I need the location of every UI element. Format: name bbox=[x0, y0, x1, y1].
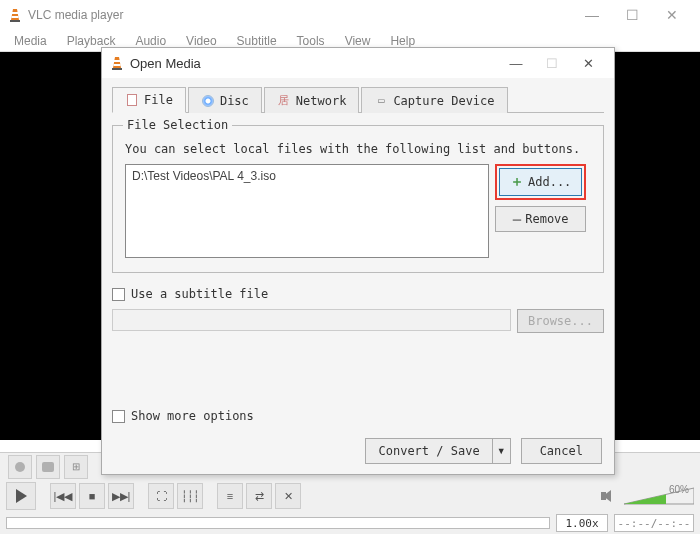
file-selection-instruction: You can select local files with the foll… bbox=[125, 142, 591, 156]
shuffle-button[interactable]: ✕ bbox=[275, 483, 301, 509]
vlc-icon bbox=[8, 7, 22, 23]
stop-button[interactable]: ■ bbox=[79, 483, 105, 509]
tab-file[interactable]: File bbox=[112, 87, 186, 113]
tab-file-label: File bbox=[144, 93, 173, 107]
add-button-label: Add... bbox=[528, 175, 571, 189]
svg-rect-2 bbox=[10, 20, 20, 22]
cancel-button[interactable]: Cancel bbox=[521, 438, 602, 464]
dialog-close-icon[interactable]: ✕ bbox=[570, 56, 606, 71]
more-options-label: Show more options bbox=[131, 409, 254, 423]
remove-button-label: Remove bbox=[525, 212, 568, 226]
minimize-icon[interactable]: — bbox=[572, 7, 612, 23]
playlist-button[interactable]: ≡ bbox=[217, 483, 243, 509]
network-icon: 居 bbox=[277, 94, 291, 108]
subtitle-checkbox[interactable] bbox=[112, 288, 125, 301]
svg-rect-1 bbox=[12, 16, 19, 18]
capture-icon: ▭ bbox=[374, 94, 388, 108]
tab-disc-label: Disc bbox=[220, 94, 249, 108]
play-button[interactable] bbox=[6, 482, 36, 510]
menu-media[interactable]: Media bbox=[4, 31, 57, 51]
chevron-down-icon[interactable]: ▼ bbox=[493, 438, 511, 464]
volume-percent: 60% bbox=[669, 484, 689, 495]
tab-disc[interactable]: Disc bbox=[188, 87, 262, 113]
remove-button[interactable]: — Remove bbox=[495, 206, 586, 232]
dialog-minimize-icon[interactable]: — bbox=[498, 56, 534, 71]
previous-button[interactable]: |◀◀ bbox=[50, 483, 76, 509]
minus-icon: — bbox=[513, 211, 521, 227]
convert-save-button[interactable]: Convert / Save ▼ bbox=[365, 438, 510, 464]
volume-slider[interactable]: 60% bbox=[624, 486, 694, 506]
main-window-title: VLC media player bbox=[28, 8, 572, 22]
subtitle-checkbox-label: Use a subtitle file bbox=[131, 287, 268, 301]
maximize-icon[interactable]: ☐ bbox=[612, 7, 652, 23]
browse-button: Browse... bbox=[517, 309, 604, 333]
dialog-footer: Convert / Save ▼ Cancel bbox=[365, 438, 602, 464]
playback-speed[interactable]: 1.00x bbox=[556, 514, 608, 532]
svg-rect-5 bbox=[112, 68, 122, 70]
file-selection-fieldset: File Selection You can select local file… bbox=[112, 125, 604, 273]
loop-button[interactable]: ⇄ bbox=[246, 483, 272, 509]
subtitle-row: Use a subtitle file bbox=[112, 287, 604, 301]
close-icon[interactable]: ✕ bbox=[652, 7, 692, 23]
tab-network[interactable]: 居 Network bbox=[264, 87, 360, 113]
record-button[interactable] bbox=[8, 455, 32, 479]
main-titlebar: VLC media player — ☐ ✕ bbox=[0, 0, 700, 30]
snapshot-button[interactable] bbox=[36, 455, 60, 479]
tab-capture-label: Capture Device bbox=[393, 94, 494, 108]
convert-save-label: Convert / Save bbox=[365, 438, 492, 464]
dialog-title: Open Media bbox=[130, 56, 498, 71]
file-list-item[interactable]: D:\Test Videos\PAL 4_3.iso bbox=[132, 169, 482, 183]
next-button[interactable]: ▶▶| bbox=[108, 483, 134, 509]
file-listbox[interactable]: D:\Test Videos\PAL 4_3.iso bbox=[125, 164, 489, 258]
more-options-row: Show more options bbox=[112, 409, 604, 423]
tab-network-label: Network bbox=[296, 94, 347, 108]
dialog-tabs: File Disc 居 Network ▭ Capture Device bbox=[112, 86, 604, 113]
plus-icon: ＋ bbox=[510, 173, 524, 191]
add-button-highlight: ＋ Add... bbox=[495, 164, 586, 200]
browse-button-label: Browse... bbox=[528, 314, 593, 328]
vlc-icon bbox=[110, 55, 124, 71]
add-button[interactable]: ＋ Add... bbox=[499, 168, 582, 196]
dialog-maximize-icon[interactable]: ☐ bbox=[534, 56, 570, 71]
seek-bar[interactable] bbox=[6, 517, 550, 529]
subtitle-path-field bbox=[112, 309, 511, 331]
svg-rect-4 bbox=[114, 64, 121, 66]
open-media-dialog: Open Media — ☐ ✕ File Disc 居 Network ▭ C… bbox=[101, 47, 615, 475]
time-display: --:--/--:-- bbox=[614, 514, 694, 532]
fullscreen-button[interactable]: ⛶ bbox=[148, 483, 174, 509]
frame-step-button[interactable]: ⊞ bbox=[64, 455, 88, 479]
more-options-checkbox[interactable] bbox=[112, 410, 125, 423]
disc-icon bbox=[201, 94, 215, 108]
cancel-button-label: Cancel bbox=[540, 444, 583, 458]
volume-icon[interactable] bbox=[601, 489, 617, 503]
equalizer-button[interactable]: ┆┆┆ bbox=[177, 483, 203, 509]
svg-rect-3 bbox=[114, 60, 120, 62]
file-icon bbox=[125, 93, 139, 107]
file-selection-legend: File Selection bbox=[123, 118, 232, 132]
dialog-titlebar: Open Media — ☐ ✕ bbox=[102, 48, 614, 78]
svg-rect-0 bbox=[12, 12, 18, 14]
tab-capture[interactable]: ▭ Capture Device bbox=[361, 87, 507, 113]
